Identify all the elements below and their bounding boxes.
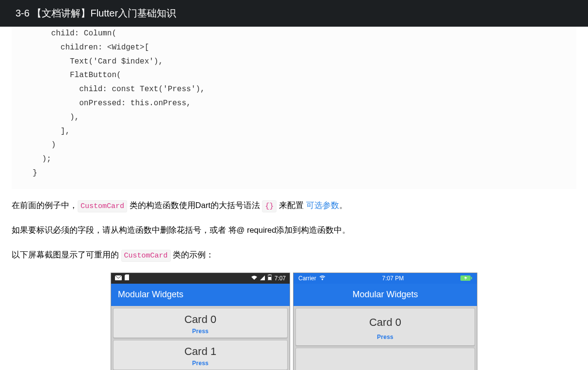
screenshots-row: 7:07 Modular Widgets Card 0 Press Card 1… bbox=[12, 273, 576, 370]
ios-status-bar: Carrier 7:07 PM bbox=[294, 273, 477, 284]
optional-params-link[interactable]: 可选参数 bbox=[306, 201, 339, 209]
ios-card-0: Card 0 Press bbox=[295, 308, 475, 346]
code-line: ) bbox=[23, 141, 56, 149]
status-time: 7:07 bbox=[275, 275, 286, 282]
inline-code-customcard-2: CustomCard bbox=[121, 250, 171, 262]
battery-icon bbox=[460, 275, 472, 281]
code-line: } bbox=[23, 169, 37, 177]
android-card-0: Card 0 Press bbox=[113, 308, 288, 338]
paragraph-3: 以下屏幕截图显示了可重用的 CustomCard 类的示例： bbox=[12, 247, 576, 262]
code-line: onPressed: this.onPress, bbox=[23, 99, 191, 108]
svg-rect-3 bbox=[268, 277, 271, 280]
page-header: 3-6 【文档讲解】Flutter入门基础知识 bbox=[0, 0, 588, 27]
card-title: Card 0 bbox=[114, 313, 287, 326]
code-line: child: const Text('Press'), bbox=[23, 85, 205, 94]
carrier-label: Carrier bbox=[298, 275, 316, 282]
press-button[interactable]: Press bbox=[296, 334, 474, 340]
press-button[interactable]: Press bbox=[114, 360, 287, 367]
text: 类的示例： bbox=[171, 250, 214, 259]
android-app-bar: Modular Widgets bbox=[111, 284, 290, 306]
code-line: children: <Widget>[ bbox=[23, 43, 149, 52]
svg-rect-5 bbox=[471, 277, 472, 279]
ios-phone-mock: Carrier 7:07 PM Modular Widgets Card 0 bbox=[293, 273, 477, 370]
text: 类的构造函数使用Dart的大括号语法 bbox=[127, 201, 262, 209]
android-card-1: Card 1 Press bbox=[113, 340, 288, 370]
android-status-bar: 7:07 bbox=[111, 273, 290, 284]
code-line: ), bbox=[23, 113, 79, 122]
article-body: child: Column( children: <Widget>[ Text(… bbox=[0, 27, 588, 370]
android-phone-mock: 7:07 Modular Widgets Card 0 Press Card 1… bbox=[111, 273, 290, 370]
code-line: ], bbox=[23, 127, 70, 136]
page-title: 3-6 【文档讲解】Flutter入门基础知识 bbox=[16, 8, 176, 18]
status-time: 7:07 PM bbox=[382, 275, 404, 282]
paragraph-1: 在前面的例子中，CustomCard 类的构造函数使用Dart的大括号语法 {}… bbox=[12, 198, 576, 213]
app-bar-title: Modular Widgets bbox=[352, 290, 418, 300]
mail-icon bbox=[115, 275, 122, 282]
text: 。 bbox=[339, 201, 347, 209]
svg-rect-2 bbox=[269, 274, 271, 275]
sim-icon bbox=[125, 274, 129, 282]
paragraph-2: 如果要标识必须的字段，请从构造函数中删除花括号，或者 将@ required添加… bbox=[12, 223, 576, 238]
app-bar-title: Modular Widgets bbox=[118, 290, 183, 300]
code-line: FlatButton( bbox=[23, 71, 121, 80]
signal-icon bbox=[260, 275, 265, 282]
code-line: Text('Card $index'), bbox=[23, 57, 163, 66]
text: 来配置 bbox=[277, 201, 306, 209]
code-block: child: Column( children: <Widget>[ Text(… bbox=[12, 27, 576, 189]
code-line: child: Column( bbox=[23, 29, 116, 38]
card-title: Card 1 bbox=[114, 345, 287, 358]
wifi-icon bbox=[251, 275, 257, 282]
code-line: ); bbox=[23, 155, 51, 163]
ios-app-bar: Modular Widgets bbox=[294, 284, 477, 306]
card-title: Card 0 bbox=[296, 316, 474, 329]
ios-card-1-partial bbox=[295, 348, 475, 370]
text: 在前面的例子中， bbox=[12, 201, 78, 209]
inline-code-braces: {} bbox=[262, 200, 277, 212]
prose: 在前面的例子中，CustomCard 类的构造函数使用Dart的大括号语法 {}… bbox=[12, 189, 576, 263]
inline-code-customcard: CustomCard bbox=[78, 200, 127, 212]
press-button[interactable]: Press bbox=[114, 328, 287, 335]
wifi-icon bbox=[319, 275, 326, 282]
battery-icon bbox=[268, 274, 272, 282]
text: 以下屏幕截图显示了可重用的 bbox=[12, 250, 121, 259]
